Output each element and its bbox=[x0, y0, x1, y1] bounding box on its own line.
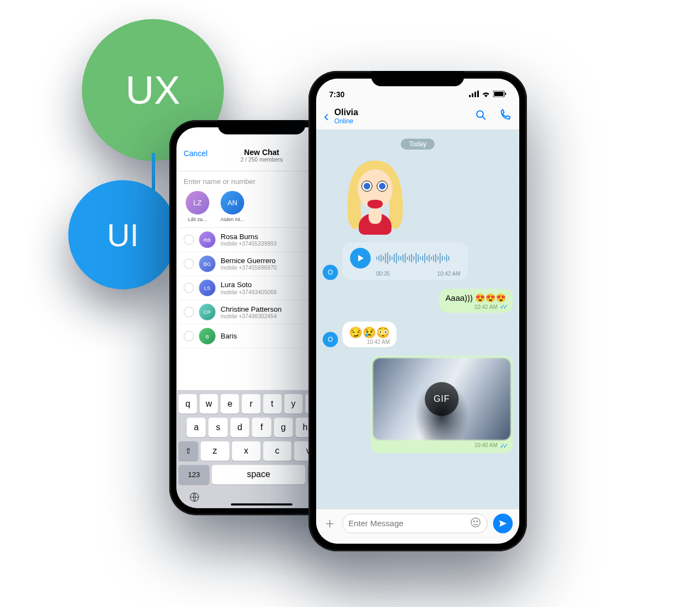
contact-phone: mobile +37455696970 bbox=[221, 265, 277, 271]
svg-rect-3 bbox=[472, 93, 473, 97]
key-e[interactable]: e bbox=[221, 394, 239, 414]
contact-avatar: BG bbox=[199, 255, 216, 272]
key-s[interactable]: s bbox=[209, 418, 228, 437]
key-x[interactable]: x bbox=[232, 441, 260, 461]
svg-rect-7 bbox=[494, 92, 503, 96]
home-indicator bbox=[231, 503, 293, 505]
waveform[interactable] bbox=[376, 252, 460, 265]
message-sticker bbox=[323, 157, 513, 234]
day-separator: Today bbox=[401, 139, 435, 150]
select-radio[interactable] bbox=[183, 259, 194, 269]
contact-avatar: LS bbox=[199, 279, 216, 296]
key-shift[interactable]: ⇧ bbox=[179, 441, 198, 461]
svg-point-9 bbox=[477, 111, 483, 117]
message-field[interactable] bbox=[342, 514, 488, 533]
message-input[interactable] bbox=[348, 519, 470, 528]
notch bbox=[218, 120, 305, 134]
msg-time: 10:42 AM bbox=[474, 304, 497, 310]
select-radio[interactable] bbox=[183, 235, 194, 245]
chip-avatar: AN bbox=[221, 191, 244, 215]
key-g[interactable]: g bbox=[274, 418, 293, 437]
contact-phone: mobile +37455339993 bbox=[221, 241, 277, 247]
ui-label: UI bbox=[107, 217, 139, 253]
contact-avatar: B bbox=[199, 328, 216, 344]
call-icon[interactable] bbox=[499, 109, 512, 124]
key-a[interactable]: a bbox=[187, 418, 206, 437]
contact-name: Rosa Burns bbox=[221, 233, 277, 241]
read-ticks-icon: ✓✓ bbox=[500, 442, 506, 450]
phone-chat: 7:30 ‹ Olivia Online Today bbox=[309, 71, 527, 551]
chat-header: ‹ Olivia Online bbox=[316, 103, 519, 130]
message-gif: GIF 10:40 AM✓✓ bbox=[323, 356, 513, 453]
msg-time: 10:42 AM bbox=[349, 339, 390, 345]
selected-chip[interactable]: LZ Lilit za... bbox=[186, 191, 209, 222]
contact-name: Christine Patterson bbox=[221, 305, 282, 313]
select-radio[interactable] bbox=[183, 283, 194, 293]
key-y[interactable]: y bbox=[284, 394, 302, 414]
contact-name: Bernice Guerrero bbox=[221, 257, 277, 265]
send-button[interactable] bbox=[493, 514, 513, 533]
key-q[interactable]: q bbox=[179, 394, 197, 414]
chip-avatar: LZ bbox=[186, 191, 209, 215]
back-button[interactable]: ‹ bbox=[324, 109, 329, 124]
contact-avatar: CP bbox=[199, 304, 216, 320]
msg-emoji: 😏😢😳 bbox=[349, 326, 390, 339]
message-composer: ＋ bbox=[316, 509, 519, 544]
chat-name[interactable]: Olivia bbox=[334, 108, 358, 117]
read-ticks-icon: ✓✓ bbox=[500, 303, 506, 311]
status-time: 7:30 bbox=[329, 90, 345, 99]
key-123[interactable]: 123 bbox=[179, 465, 209, 485]
voice-duration: 00:35 bbox=[376, 271, 390, 277]
svg-rect-8 bbox=[505, 93, 506, 95]
svg-point-12 bbox=[477, 521, 478, 522]
message-in-emoji: O 😏😢😳 10:42 AM bbox=[323, 322, 513, 347]
text-bubble[interactable]: Aaaa))) 😍😍😍 10:42 AM✓✓ bbox=[439, 289, 513, 313]
search-icon[interactable] bbox=[474, 109, 488, 124]
msg-time: 10:40 AM bbox=[474, 442, 497, 450]
chip-name: Aiden Ni... bbox=[221, 217, 244, 222]
emoji-button[interactable] bbox=[470, 516, 482, 531]
sender-avatar[interactable]: O bbox=[323, 332, 338, 347]
voice-bubble[interactable]: 00:35 10:42 AM bbox=[342, 242, 468, 280]
contact-phone: mobile +37493405068 bbox=[221, 289, 277, 295]
notch bbox=[371, 71, 464, 86]
globe-icon[interactable] bbox=[189, 492, 200, 505]
chat-body[interactable]: Today O bbox=[316, 130, 519, 509]
battery-icon bbox=[493, 90, 506, 99]
play-button[interactable] bbox=[350, 248, 371, 269]
key-z[interactable]: z bbox=[200, 441, 229, 461]
wifi-icon bbox=[482, 90, 490, 99]
svg-rect-4 bbox=[474, 92, 476, 97]
chat-status: Online bbox=[334, 117, 358, 125]
selected-chip[interactable]: AN Aiden Ni... bbox=[221, 191, 244, 222]
message-out-text: Aaaa))) 😍😍😍 10:42 AM✓✓ bbox=[323, 289, 513, 313]
key-r[interactable]: r bbox=[242, 394, 260, 414]
key-t[interactable]: t bbox=[263, 394, 282, 414]
key-space[interactable]: space bbox=[212, 465, 305, 485]
text-bubble[interactable]: 😏😢😳 10:42 AM bbox=[342, 322, 396, 347]
sender-avatar[interactable]: O bbox=[323, 265, 338, 280]
svg-rect-5 bbox=[477, 91, 479, 97]
attach-button[interactable]: ＋ bbox=[323, 514, 337, 533]
svg-point-10 bbox=[471, 517, 480, 527]
contact-avatar: RB bbox=[199, 231, 216, 248]
key-d[interactable]: d bbox=[230, 418, 250, 437]
message-voice: O 00:35 10:42 AM bbox=[323, 242, 513, 280]
cancel-button[interactable]: Cancel bbox=[183, 149, 207, 158]
svg-rect-2 bbox=[469, 95, 471, 97]
contact-name: Lura Soto bbox=[221, 281, 277, 289]
badge-connector bbox=[152, 153, 155, 191]
ui-badge: UI bbox=[68, 180, 177, 289]
select-radio[interactable] bbox=[183, 307, 194, 317]
ux-label: UX bbox=[126, 68, 180, 112]
sticker-image[interactable] bbox=[342, 157, 408, 234]
chip-name: Lilit za... bbox=[186, 217, 209, 222]
select-radio[interactable] bbox=[183, 331, 194, 341]
key-c[interactable]: c bbox=[263, 441, 292, 461]
msg-text: Aaaa))) bbox=[446, 293, 473, 302]
key-f[interactable]: f bbox=[252, 418, 271, 437]
signal-icon bbox=[469, 90, 479, 99]
key-w[interactable]: w bbox=[200, 394, 218, 414]
gif-bubble[interactable]: GIF 10:40 AM✓✓ bbox=[371, 356, 513, 453]
contact-phone: mobile +37498302454 bbox=[221, 313, 282, 319]
